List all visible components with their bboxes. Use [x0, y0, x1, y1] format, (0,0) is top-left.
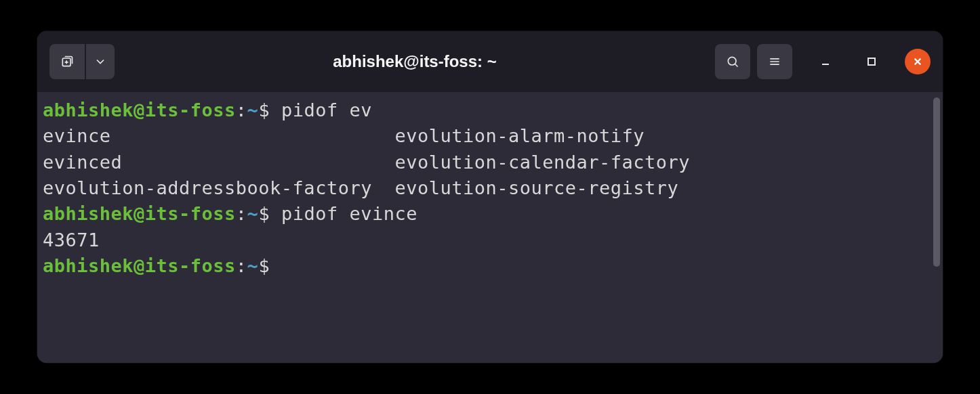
terminal-window: abhishek@its-foss: ~: [37, 31, 943, 363]
chevron-down-icon: [94, 55, 107, 68]
output-text: evolution-addressbook-factory evolution-…: [43, 177, 678, 198]
terminal-output-line: evince evolution-alarm-notify: [43, 123, 935, 149]
search-button[interactable]: [715, 44, 750, 79]
window-title: abhishek@its-foss: ~: [121, 52, 708, 71]
prompt-user-host: abhishek@its-foss: [43, 255, 236, 276]
terminal-output-line: evolution-addressbook-factory evolution-…: [43, 175, 935, 201]
prompt-symbol: $: [258, 203, 281, 224]
terminal-content: abhishek@its-foss:~$ pidof evevince evol…: [43, 97, 935, 279]
terminal-body[interactable]: abhishek@its-foss:~$ pidof evevince evol…: [37, 92, 943, 363]
prompt-path: ~: [247, 203, 259, 224]
terminal-output-line: evinced evolution-calendar-factory: [43, 150, 935, 175]
svg-line-2: [735, 64, 738, 67]
prompt-separator: :: [236, 203, 247, 224]
terminal-prompt-line: abhishek@its-foss:~$ pidof ev: [43, 97, 935, 123]
prompt-user-host: abhishek@its-foss: [43, 203, 236, 224]
output-text: evinced evolution-calendar-factory: [43, 152, 690, 173]
command-text: pidof ev: [281, 100, 372, 121]
terminal-prompt-line: abhishek@its-foss:~$: [43, 253, 935, 279]
prompt-separator: :: [236, 100, 247, 121]
search-icon: [726, 55, 739, 68]
scrollbar-thumb[interactable]: [933, 97, 940, 267]
hamburger-icon: [768, 55, 781, 68]
prompt-symbol: $: [258, 255, 281, 276]
svg-point-1: [728, 57, 736, 65]
minimize-icon: [820, 56, 831, 67]
maximize-button[interactable]: [859, 49, 884, 74]
svg-rect-7: [868, 58, 875, 65]
new-tab-button[interactable]: [49, 44, 85, 79]
prompt-path: ~: [247, 100, 259, 121]
maximize-icon: [866, 56, 877, 67]
titlebar-right-group: [715, 44, 931, 79]
prompt-symbol: $: [258, 100, 281, 121]
titlebar: abhishek@its-foss: ~: [37, 31, 943, 92]
new-tab-icon: [60, 55, 74, 68]
command-text: pidof evince: [281, 203, 417, 224]
output-text: 43671: [43, 229, 100, 250]
menu-button[interactable]: [757, 44, 792, 79]
close-icon: [913, 57, 922, 66]
titlebar-left-group: [49, 44, 115, 79]
output-text: evince evolution-alarm-notify: [43, 125, 645, 146]
prompt-separator: :: [236, 255, 247, 276]
terminal-prompt-line: abhishek@its-foss:~$ pidof evince: [43, 201, 935, 227]
terminal-output-line: 43671: [43, 227, 935, 253]
close-button[interactable]: [905, 49, 931, 74]
prompt-path: ~: [247, 255, 259, 276]
tab-dropdown-button[interactable]: [86, 44, 115, 79]
minimize-button[interactable]: [813, 49, 838, 74]
prompt-user-host: abhishek@its-foss: [43, 100, 236, 121]
